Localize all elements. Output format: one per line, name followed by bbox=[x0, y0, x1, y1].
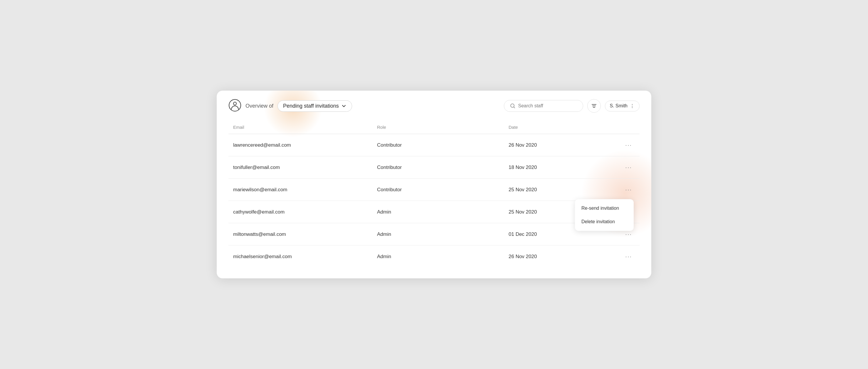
cell-actions: ··· bbox=[607, 245, 640, 268]
logo-icon bbox=[228, 99, 241, 113]
cell-email: lawrencereed@email.com bbox=[228, 134, 372, 156]
table-row: lawrencereed@email.com Contributor 26 No… bbox=[228, 134, 640, 156]
user-menu-dots: ⋮ bbox=[630, 103, 634, 109]
search-box bbox=[504, 100, 583, 112]
view-selector-button[interactable]: Pending staff invitations bbox=[278, 100, 352, 112]
cell-email: miltonwatts@email.com bbox=[228, 223, 372, 245]
row-actions-dropdown: Re-send invitationDelete invitation bbox=[575, 199, 634, 231]
cell-email: mariewilson@email.com bbox=[228, 179, 372, 201]
table-row: tonifuller@email.com Contributor 18 Nov … bbox=[228, 156, 640, 179]
svg-point-1 bbox=[234, 102, 237, 105]
row-more-button[interactable]: ··· bbox=[622, 185, 635, 194]
overview-of-label: Overview of bbox=[246, 103, 273, 109]
row-more-button[interactable]: ··· bbox=[622, 230, 635, 239]
cell-date: 26 Nov 2020 bbox=[504, 245, 607, 268]
table-row: michaelsenior@email.com Admin 26 Nov 202… bbox=[228, 245, 640, 268]
col-header-role: Role bbox=[372, 121, 504, 134]
user-name: S. Smith bbox=[610, 103, 627, 108]
row-more-button[interactable]: ··· bbox=[622, 163, 635, 172]
staff-table-container: Email Role Date lawrencereed@email.com C… bbox=[217, 121, 651, 268]
filter-icon bbox=[591, 103, 597, 109]
cell-email: cathywolfe@email.com bbox=[228, 201, 372, 223]
chevron-down-icon bbox=[341, 103, 346, 108]
cell-actions: ··· bbox=[607, 134, 640, 156]
cell-role: Contributor bbox=[372, 156, 504, 179]
filter-button[interactable] bbox=[587, 99, 601, 113]
cell-role: Admin bbox=[372, 201, 504, 223]
header: Overview of Pending staff invitations bbox=[217, 91, 651, 121]
cell-date: 18 Nov 2020 bbox=[504, 156, 607, 179]
staff-table: Email Role Date lawrencereed@email.com C… bbox=[228, 121, 640, 268]
search-input[interactable] bbox=[518, 103, 577, 108]
view-selector-label: Pending staff invitations bbox=[283, 103, 339, 109]
cell-email: tonifuller@email.com bbox=[228, 156, 372, 179]
cell-date: 25 Nov 2020 bbox=[504, 179, 607, 201]
row-more-button[interactable]: ··· bbox=[622, 252, 635, 261]
cell-role: Contributor bbox=[372, 179, 504, 201]
dropdown-item-resend[interactable]: Re-send invitation bbox=[575, 202, 634, 215]
cell-actions: ··· bbox=[607, 179, 640, 201]
col-header-date: Date bbox=[504, 121, 607, 134]
dropdown-item-delete[interactable]: Delete invitation bbox=[575, 215, 634, 229]
cell-actions: ··· bbox=[607, 156, 640, 179]
table-row: mariewilson@email.com Contributor 25 Nov… bbox=[228, 179, 640, 201]
cell-role: Admin bbox=[372, 245, 504, 268]
cell-role: Contributor bbox=[372, 134, 504, 156]
search-icon bbox=[510, 103, 515, 108]
table-header-row: Email Role Date bbox=[228, 121, 640, 134]
cell-role: Admin bbox=[372, 223, 504, 245]
cell-date: 26 Nov 2020 bbox=[504, 134, 607, 156]
col-header-email: Email bbox=[228, 121, 372, 134]
svg-point-2 bbox=[510, 104, 514, 107]
cell-email: michaelsenior@email.com bbox=[228, 245, 372, 268]
row-more-button[interactable]: ··· bbox=[622, 140, 635, 149]
user-menu[interactable]: S. Smith ⋮ bbox=[605, 101, 640, 111]
col-header-actions bbox=[607, 121, 640, 134]
